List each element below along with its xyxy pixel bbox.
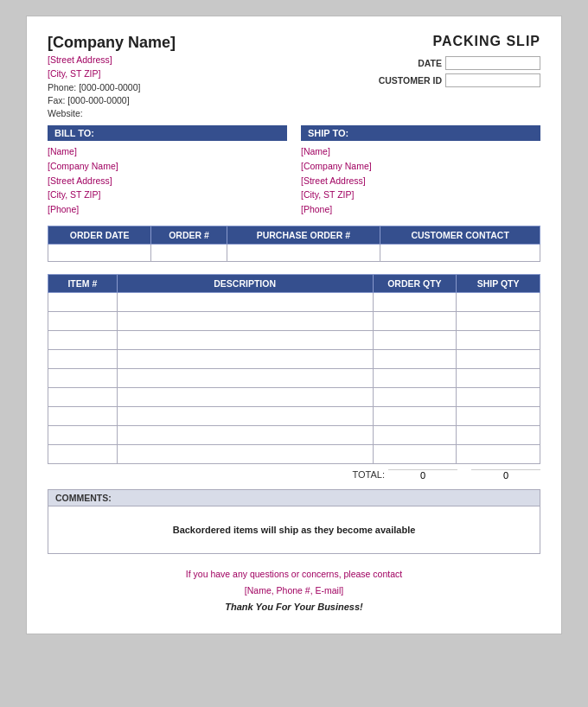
bill-to-block: BILL TO: [Name] [Company Name] [Street A… [48,125,287,217]
item-cell-1[interactable] [117,444,373,463]
ship-qty-col: SHIP QTY [457,274,540,292]
order-date-cell[interactable] [48,244,151,261]
company-name: [Company Name] [48,34,176,52]
website: Website: [48,108,176,118]
ship-to-company: [Company Name] [301,159,540,174]
order-row [48,244,540,261]
footer-contact-line2: [Name, Phone #, E-mail] [48,583,540,599]
po-num-col: PURCHASE ORDER # [227,226,380,244]
footer: If you have any questions or concerns, p… [48,566,540,616]
item-row [48,368,540,387]
item-cell-0[interactable] [48,292,118,311]
item-row [48,330,540,349]
po-num-cell[interactable] [227,244,380,261]
item-cell-0[interactable] [48,368,118,387]
date-label: DATE [373,58,442,68]
item-cell-3[interactable] [457,444,540,463]
item-cell-2[interactable] [373,311,457,330]
item-cell-0[interactable] [48,330,118,349]
footer-thank-you: Thank You For Your Business! [48,599,540,616]
item-cell-0[interactable] [48,406,118,425]
description-col: DESCRIPTION [117,274,373,292]
item-cell-2[interactable] [373,406,457,425]
item-num-col: ITEM # [48,274,118,292]
packing-slip-page: [Company Name] [Street Address] [City, S… [26,16,562,634]
header-section: [Company Name] [Street Address] [City, S… [48,34,540,118]
date-customer-fields: DATE CUSTOMER ID [373,56,540,87]
item-cell-3[interactable] [457,330,540,349]
item-cell-0[interactable] [48,425,118,444]
item-cell-1[interactable] [117,311,373,330]
bill-to-header: BILL TO: [48,125,287,141]
item-cell-2[interactable] [373,349,457,368]
item-cell-1[interactable] [117,349,373,368]
order-date-col: ORDER DATE [48,226,151,244]
customer-id-label: CUSTOMER ID [373,75,442,86]
item-cell-2[interactable] [373,330,457,349]
totals-row: TOTAL: 0 0 [48,469,540,481]
comments-section: COMMENTS: Backordered items will ship as… [48,489,540,554]
item-row [48,425,540,444]
item-cell-2[interactable] [373,368,457,387]
date-row: DATE [373,56,540,70]
customer-contact-cell[interactable] [380,244,540,261]
company-info: [Company Name] [Street Address] [City, S… [48,34,176,118]
order-qty-col: ORDER QTY [373,274,457,292]
item-row [48,387,540,406]
item-cell-0[interactable] [48,311,118,330]
comments-header: COMMENTS: [48,490,540,506]
item-cell-2[interactable] [373,444,457,463]
item-cell-3[interactable] [457,311,540,330]
total-order-qty: 0 [388,469,457,481]
comments-body[interactable]: Backordered items will ship as they beco… [48,506,540,553]
bill-to-phone: [Phone] [48,202,287,217]
item-cell-3[interactable] [457,368,540,387]
item-cell-1[interactable] [117,330,373,349]
fax: Fax: [000-000-0000] [48,94,176,108]
address-section: BILL TO: [Name] [Company Name] [Street A… [48,125,540,217]
bill-to-company: [Company Name] [48,159,287,174]
order-table: ORDER DATE ORDER # PURCHASE ORDER # CUST… [48,226,540,262]
customer-id-row: CUSTOMER ID [373,73,540,87]
item-cell-0[interactable] [48,444,118,463]
bill-to-city: [City, ST ZIP] [48,188,287,202]
header-right: PACKING SLIP DATE CUSTOMER ID [373,34,540,87]
item-cell-3[interactable] [457,292,540,311]
items-table: ITEM # DESCRIPTION ORDER QTY SHIP QTY [48,274,540,464]
order-num-cell[interactable] [151,244,227,261]
item-row [48,444,540,463]
ship-to-city: [City, ST ZIP] [301,188,540,202]
total-ship-qty: 0 [471,469,540,481]
customer-contact-col: CUSTOMER CONTACT [380,226,540,244]
ship-to-street: [Street Address] [301,174,540,188]
date-input[interactable] [445,56,540,70]
item-cell-1[interactable] [117,425,373,444]
item-cell-3[interactable] [457,349,540,368]
bill-to-street: [Street Address] [48,174,287,188]
order-num-col: ORDER # [151,226,227,244]
item-cell-2[interactable] [373,425,457,444]
customer-id-input[interactable] [445,73,540,87]
street-address: [Street Address] [48,54,176,67]
item-cell-0[interactable] [48,387,118,406]
ship-to-name: [Name] [301,144,540,159]
ship-to-phone: [Phone] [301,202,540,217]
item-row [48,292,540,311]
item-cell-2[interactable] [373,387,457,406]
item-cell-1[interactable] [117,292,373,311]
item-cell-3[interactable] [457,406,540,425]
bill-to-name: [Name] [48,144,287,159]
item-cell-3[interactable] [457,387,540,406]
item-row [48,406,540,425]
item-cell-1[interactable] [117,406,373,425]
ship-to-block: SHIP TO: [Name] [Company Name] [Street A… [301,125,540,217]
item-cell-1[interactable] [117,368,373,387]
item-cell-3[interactable] [457,425,540,444]
item-cell-1[interactable] [117,387,373,406]
phone: Phone: [000-000-0000] [48,81,176,95]
city-state-zip: [City, ST ZIP] [48,67,176,81]
footer-contact-line1: If you have any questions or concerns, p… [48,566,540,583]
item-cell-2[interactable] [373,292,457,311]
item-row [48,349,540,368]
item-cell-0[interactable] [48,349,118,368]
